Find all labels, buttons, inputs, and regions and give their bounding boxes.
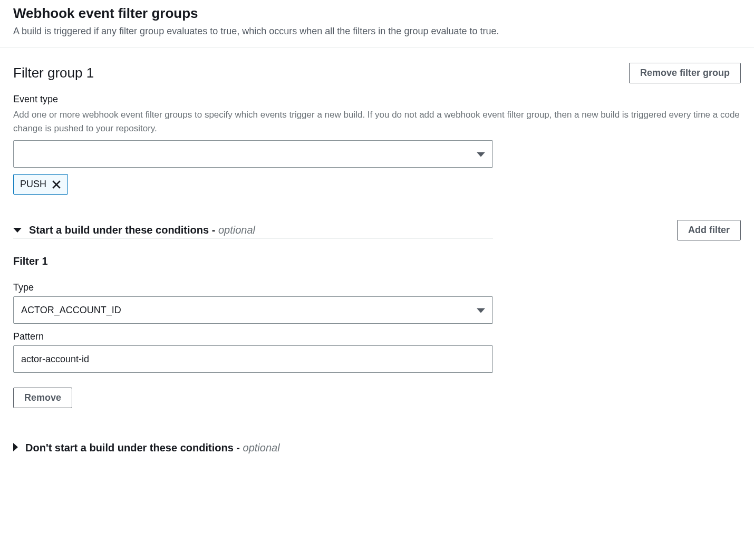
filter-1-type-field: Type ACTOR_ACCOUNT_ID: [13, 282, 741, 324]
filter-1-pattern-field: Pattern: [13, 331, 741, 373]
filter-1-type-label: Type: [13, 282, 741, 293]
chip-label: PUSH: [20, 179, 46, 190]
start-conditions-toggle[interactable]: Start a build under these conditions - o…: [13, 222, 493, 239]
chip-remove-button[interactable]: [52, 180, 61, 189]
start-conditions-header-row: Start a build under these conditions - o…: [13, 220, 741, 240]
start-conditions-optional: optional: [215, 224, 255, 236]
filter-group-header: Filter group 1 Remove filter group: [13, 63, 741, 83]
filter-1-type-select[interactable]: ACTOR_ACCOUNT_ID: [13, 296, 493, 324]
event-type-field: Event type Add one or more webhook event…: [13, 94, 741, 195]
event-type-label: Event type: [13, 94, 741, 105]
page-description: A build is triggered if any filter group…: [13, 25, 741, 38]
filter-1-type-value: ACTOR_ACCOUNT_ID: [21, 305, 121, 316]
caret-down-icon: [13, 226, 22, 234]
filter-group-title: Filter group 1: [13, 65, 94, 81]
dont-start-conditions-optional: optional: [240, 442, 280, 453]
filter-1-pattern-label: Pattern: [13, 331, 741, 342]
filter-1-pattern-input[interactable]: [13, 345, 493, 373]
dont-start-conditions-title: Don't start a build under these conditio…: [25, 442, 280, 454]
chevron-down-icon: [477, 149, 485, 160]
page-header: Webhook event filter groups A build is t…: [0, 0, 754, 48]
page-title: Webhook event filter groups: [13, 5, 741, 22]
filter-1: Filter 1 Type ACTOR_ACCOUNT_ID Pattern R…: [13, 255, 741, 408]
start-conditions-title: Start a build under these conditions - o…: [29, 224, 255, 236]
event-type-description: Add one or more webhook event filter gro…: [13, 108, 741, 135]
content: Filter group 1 Remove filter group Event…: [0, 48, 754, 467]
dont-start-conditions-section: Don't start a build under these conditio…: [13, 440, 741, 456]
event-type-chip-push: PUSH: [13, 174, 68, 195]
dont-start-conditions-toggle[interactable]: Don't start a build under these conditio…: [13, 440, 493, 456]
dont-start-conditions-title-text: Don't start a build under these conditio…: [25, 442, 240, 453]
close-icon: [52, 180, 61, 189]
caret-right-icon: [13, 443, 18, 453]
start-conditions-section: Start a build under these conditions - o…: [13, 220, 741, 408]
filter-1-remove-button[interactable]: Remove: [13, 388, 72, 408]
remove-filter-group-button[interactable]: Remove filter group: [629, 63, 741, 83]
event-type-select[interactable]: [13, 140, 493, 168]
filter-1-title: Filter 1: [13, 255, 741, 267]
event-type-chips: PUSH: [13, 168, 741, 195]
chevron-down-icon: [477, 305, 485, 316]
start-conditions-title-text: Start a build under these conditions -: [29, 224, 215, 236]
add-filter-button[interactable]: Add filter: [677, 220, 741, 240]
